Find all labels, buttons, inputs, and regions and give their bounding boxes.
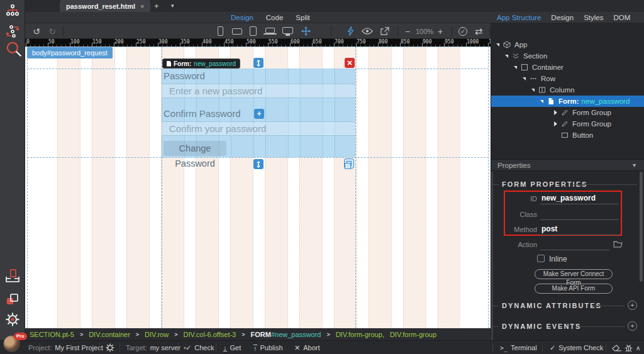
device-phone-icon[interactable] — [214, 23, 226, 39]
system-check-button[interactable]: ✓ System Check — [550, 341, 603, 354]
expand-arrow-icon[interactable] — [505, 55, 508, 58]
panel-splitter[interactable] — [491, 172, 493, 340]
status-divider — [492, 343, 493, 353]
collapsed-arrow-icon[interactable] — [554, 110, 557, 115]
id-value[interactable]: new_password — [541, 194, 596, 202]
get-button[interactable]: ↓ Get — [223, 341, 241, 354]
crumb-separator: > — [326, 331, 330, 338]
browse-folder-icon[interactable] — [613, 241, 623, 248]
project-settings-gear-icon[interactable] — [106, 341, 114, 354]
device-landscape-icon[interactable] — [230, 23, 244, 39]
tree-item-app[interactable]: App — [491, 39, 644, 50]
form-selection-badge[interactable]: Form: new_password — [162, 58, 240, 69]
change-password-button[interactable]: Change Password — [164, 141, 226, 156]
move-element-handle[interactable] — [253, 58, 264, 68]
expand-arrow-icon[interactable] — [514, 66, 517, 69]
design-canvas[interactable]: body#password_request Password Enter a n… — [25, 47, 491, 328]
tab-styles[interactable]: Styles — [584, 12, 603, 23]
app-structure-rail-icon[interactable] — [5, 4, 20, 19]
dynamic-data-bolt-icon[interactable] — [345, 23, 356, 39]
expand-arrow-icon[interactable] — [523, 77, 526, 80]
debug-bug-icon[interactable] — [625, 341, 633, 354]
project-selector[interactable]: Project: My First Project ▾ — [28, 341, 109, 354]
check-button[interactable]: ✓ Check — [186, 341, 214, 354]
delete-element-button[interactable]: ✕ — [345, 58, 355, 68]
add-dynamic-event-button[interactable]: + — [628, 321, 637, 331]
collapsed-arrow-icon[interactable] — [554, 121, 557, 126]
publish-button[interactable]: ↑ Publish — [253, 341, 283, 354]
zoom-level[interactable]: 100% — [414, 23, 435, 39]
tree-item-form-group-2[interactable]: Form Group — [491, 118, 644, 130]
search-icon[interactable] — [5, 40, 23, 58]
crumb-container[interactable]: DIV.container — [89, 331, 130, 338]
tree-item-button[interactable]: Button — [491, 130, 644, 141]
add-element-inline-button[interactable]: + — [254, 109, 264, 119]
tree-item-row[interactable]: Row — [491, 73, 644, 84]
file-tab[interactable]: password_reset.html × — [60, 0, 150, 12]
section-line — [491, 184, 499, 185]
inline-checkbox[interactable] — [537, 255, 545, 262]
sync-arrows-icon[interactable]: ⇄ — [472, 23, 486, 39]
abort-button[interactable]: ✕ Abort — [294, 341, 320, 354]
tab-panel-design[interactable]: Design — [551, 12, 574, 23]
preview-eye-icon[interactable] — [360, 23, 375, 39]
target-selector[interactable]: Target: my server ▾ — [126, 341, 186, 354]
expand-arrow-icon[interactable] — [531, 89, 535, 92]
abort-label: Abort — [303, 344, 319, 351]
collapse-properties-icon[interactable]: ▾ — [633, 160, 636, 171]
make-api-form-button[interactable]: Make API Form — [535, 284, 613, 294]
new-password-input[interactable]: Enter a new password — [162, 84, 355, 98]
tab-list-caret-icon[interactable]: ▾ — [171, 0, 174, 12]
crumb-form-group-1[interactable]: DIV.form-group, — [336, 331, 384, 338]
clean-eraser-icon[interactable] — [612, 341, 622, 354]
collapse-panel-icon[interactable]: ∧ — [636, 341, 640, 354]
tab-design[interactable]: Design — [231, 12, 253, 23]
zoom-in-icon[interactable]: + — [435, 23, 445, 39]
properties-header[interactable]: Properties ▾ — [491, 159, 644, 171]
open-in-browser-icon[interactable] — [377, 23, 391, 39]
expand-arrow-icon[interactable] — [540, 100, 543, 103]
workflows-rail-icon[interactable] — [5, 24, 20, 39]
extensions-icon[interactable] — [5, 292, 20, 307]
tree-item-form-group-1[interactable]: Form Group — [491, 107, 644, 118]
settings-gear-icon[interactable] — [5, 312, 20, 327]
save-tray-icon[interactable] — [5, 269, 20, 284]
duplicate-element-button[interactable] — [344, 158, 354, 169]
redo-icon[interactable]: ↻ — [46, 23, 58, 39]
device-desktop-icon[interactable] — [280, 23, 295, 39]
close-tab-icon[interactable]: × — [140, 3, 144, 10]
crumb-form-group-2[interactable]: DIV.form-group — [390, 331, 436, 338]
method-underline — [540, 235, 619, 235]
crumb-column[interactable]: DIV.col-6.offset-3 — [183, 331, 236, 338]
terminal-button[interactable]: >_ Terminal — [500, 341, 537, 354]
tab-split[interactable]: Split — [296, 12, 309, 23]
expand-arrow-icon[interactable] — [496, 43, 499, 47]
crumb-form[interactable]: FORM#new_password — [251, 331, 321, 338]
device-laptop-icon[interactable] — [262, 23, 277, 39]
tree-item-form-selected[interactable]: Form: new_password — [491, 96, 644, 107]
tab-app-structure[interactable]: App Structure — [497, 12, 541, 23]
section-icon — [512, 52, 519, 60]
new-tab-button[interactable]: + — [154, 0, 159, 12]
tab-dom[interactable]: DOM — [613, 12, 630, 23]
validate-icon[interactable]: ✓ — [457, 23, 469, 39]
make-server-connect-form-button[interactable]: Make Server Connect Form — [535, 269, 613, 279]
confirm-password-input[interactable]: Confirm your password — [162, 121, 355, 136]
move-resize-icon[interactable] — [299, 23, 313, 39]
ruler-label: 1000 — [467, 39, 479, 45]
tree-item-column[interactable]: Column — [491, 84, 644, 96]
crumb-section[interactable]: SECTION.pt-5 — [30, 331, 74, 338]
add-dynamic-attribute-button[interactable]: + — [628, 301, 637, 310]
zoom-out-icon[interactable]: − — [402, 23, 413, 39]
tree-item-section[interactable]: Section — [491, 50, 644, 62]
device-tablet-icon[interactable] — [247, 23, 259, 39]
undo-icon[interactable]: ↺ — [30, 23, 43, 39]
crumb-row[interactable]: DIV.row — [145, 331, 169, 338]
tree-item-container[interactable]: Container — [491, 62, 644, 73]
method-value[interactable]: post — [541, 224, 557, 233]
panel-scrollbar[interactable] — [640, 172, 643, 282]
move-below-handle[interactable] — [253, 159, 264, 169]
body-selector-badge[interactable]: body#password_request — [27, 47, 113, 58]
tab-code[interactable]: Code — [266, 12, 284, 23]
tree-label: Form: — [558, 97, 579, 105]
